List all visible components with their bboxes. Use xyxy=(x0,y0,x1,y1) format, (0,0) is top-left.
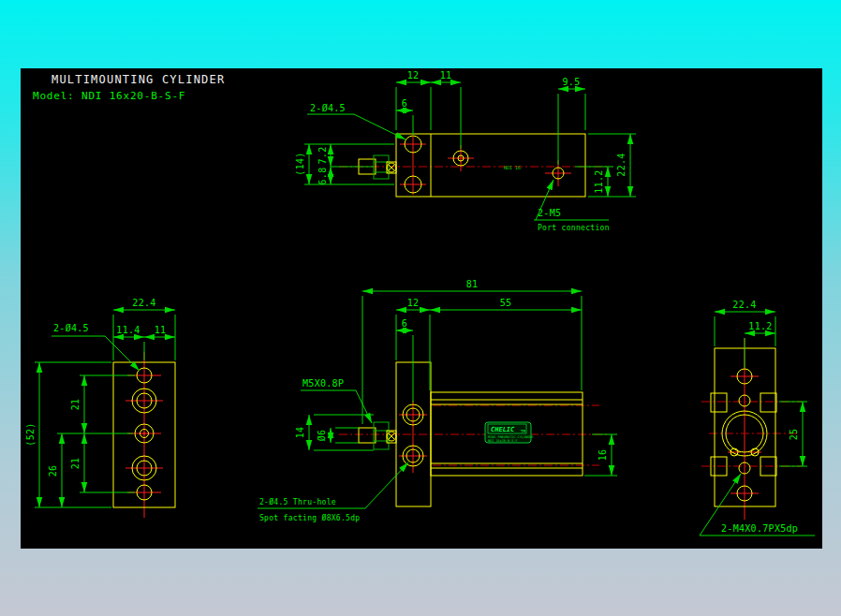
label-spot-facing: Spot facting Ø8X6.5dp xyxy=(259,513,360,522)
brand-sub2: NDI 16x20-B-S-F xyxy=(488,439,518,443)
dim-52: (52) xyxy=(25,422,36,446)
dim-26: 26 xyxy=(48,465,58,477)
dim-9.5: 9.5 xyxy=(563,77,581,87)
dim-21-upper: 21 xyxy=(70,399,81,411)
dim-22.4: 22.4 xyxy=(616,153,627,176)
dim-14: 14 xyxy=(295,427,305,439)
front-view: 22.4 11.4 11 (52) 26 21 21 2-Ø4.5 xyxy=(25,298,175,518)
dim-6: 6 xyxy=(402,318,407,329)
drawing-title: MULTIMOUNTING CYLINDER xyxy=(52,73,225,86)
dim-11.4: 11.4 xyxy=(116,325,140,335)
cad-screenshot: { "title": "MULTIMOUNTING CYLINDER", "mo… xyxy=(0,0,841,616)
cylinder-body-outline xyxy=(396,134,585,197)
dim-11.2: 11.2 xyxy=(748,321,772,331)
label-port: 2-M5 xyxy=(538,208,561,218)
body-etch-text: NDI 16 xyxy=(504,165,521,170)
dim-55: 55 xyxy=(500,298,512,308)
dim-6: 6 xyxy=(402,98,407,109)
brand-tm: TM xyxy=(521,429,525,433)
dim-rod-dia: Ø6 xyxy=(317,430,327,442)
label-thru-hole: 2-Ø4.5 Thru-hole xyxy=(259,497,336,506)
brand-name: CHELIC xyxy=(491,426,515,433)
dim-22.4: 22.4 xyxy=(732,300,756,310)
dim-12: 12 xyxy=(407,298,420,308)
dim-21-lower: 21 xyxy=(70,458,81,470)
top-view: NDI 16 12 11 9.5 6 (14) 7.2 6.8 22.4 11.… xyxy=(295,70,636,232)
sensor-slot xyxy=(760,393,776,412)
dim-11: 11 xyxy=(440,70,452,81)
dim-11: 11 xyxy=(155,325,167,335)
label-thread: M5X0.8P xyxy=(302,378,344,389)
model-number: Model: NDI 16x20-B-S-F xyxy=(33,90,185,102)
rear-view: 22.4 11.2 25 2-M4X0.7PX5dp xyxy=(700,300,815,535)
dim-7.2: 7.2 xyxy=(317,147,328,165)
title-block: MULTIMOUNTING CYLINDER Model: NDI 16x20-… xyxy=(33,73,225,102)
dim-25: 25 xyxy=(789,429,799,441)
piston-rod xyxy=(359,428,376,443)
dim-16: 16 xyxy=(598,449,608,462)
brand-label: CHELIC TM MINI PNEUMATIC CYLINDER NDI 16… xyxy=(485,422,534,443)
label-port-sub: Port connection xyxy=(538,224,610,232)
dim-6.8: 6.8 xyxy=(317,168,328,185)
dim-11.2: 11.2 xyxy=(594,169,604,193)
dim-12: 12 xyxy=(407,70,420,81)
dim-81: 81 xyxy=(466,279,479,289)
label-mount-holes: 2-Ø4.5 xyxy=(53,323,89,333)
label-tap: 2-M4X0.7PX5dp xyxy=(721,523,798,534)
side-view: CHELIC TM MINI PNEUMATIC CYLINDER NDI 16… xyxy=(258,279,617,522)
cad-drawing: MULTIMOUNTING CYLINDER Model: NDI 16x20-… xyxy=(21,68,822,549)
sensor-slot xyxy=(711,393,727,412)
label-mount-holes: 2-Ø4.5 xyxy=(310,103,346,113)
dim-22.4: 22.4 xyxy=(132,298,155,308)
drawing-canvas: MULTIMOUNTING CYLINDER Model: NDI 16x20-… xyxy=(21,68,822,549)
dim-14: (14) xyxy=(295,152,305,175)
